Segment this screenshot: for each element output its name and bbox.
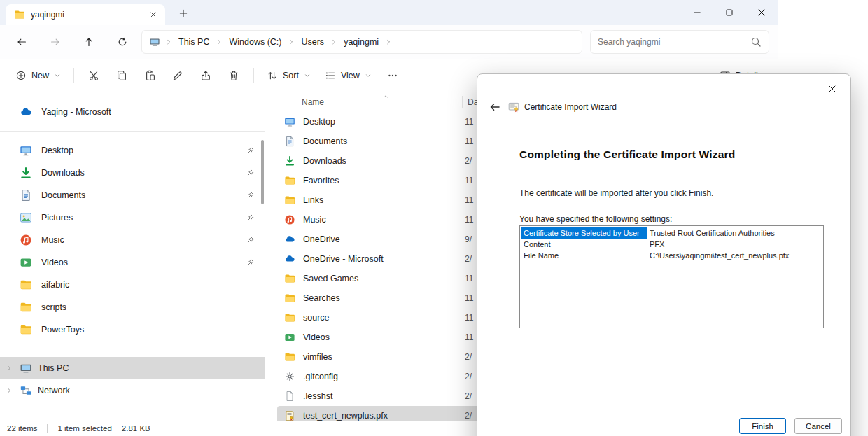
refresh-button[interactable] — [111, 30, 134, 54]
this-pc-icon — [20, 362, 32, 374]
file-date: 11 — [465, 136, 473, 146]
toolbar-divider — [253, 68, 254, 83]
folder-icon — [20, 279, 32, 291]
sidebar-item-desktop[interactable]: Desktop — [0, 139, 265, 162]
cut-button[interactable] — [80, 63, 108, 88]
wizard-info-text: The certificate will be imported after y… — [519, 188, 713, 198]
column-divider[interactable] — [462, 96, 463, 108]
close-icon — [149, 10, 158, 19]
breadcrumb-item[interactable]: Users — [300, 36, 326, 48]
desktop-icon — [284, 116, 295, 127]
file-name: Desktop — [303, 117, 335, 127]
sidebar-item-pictures[interactable]: Pictures — [0, 206, 265, 229]
close-icon — [756, 7, 767, 18]
videos-icon — [20, 256, 32, 269]
back-button[interactable] — [10, 30, 34, 54]
sidebar-item-label: This PC — [38, 363, 69, 373]
new-button[interactable]: New — [8, 63, 68, 88]
breadcrumb-item[interactable]: Windows (C:) — [227, 36, 283, 48]
refresh-icon — [117, 36, 128, 48]
pin-icon — [246, 146, 255, 155]
rename-button[interactable] — [164, 63, 192, 88]
setting-row[interactable]: ContentPFX — [521, 239, 822, 250]
pin-icon — [246, 191, 255, 199]
search-input[interactable] — [598, 37, 746, 47]
sidebar-item-label: Documents — [41, 190, 85, 200]
copy-button[interactable] — [108, 63, 136, 88]
settings-list[interactable]: Certificate Store Selected by UserTruste… — [519, 225, 824, 328]
tab-bar: yaqingmi — [0, 0, 778, 25]
setting-key: File Name — [521, 250, 647, 261]
rename-icon — [172, 70, 183, 81]
file-date: 2/ — [465, 352, 472, 362]
doc-icon — [284, 391, 295, 402]
pin-icon — [246, 169, 255, 177]
minimize-button[interactable] — [681, 0, 713, 25]
breadcrumb-item[interactable]: This PC — [177, 36, 211, 48]
sidebar-item-onedrive[interactable]: Yaqing - Microsoft — [0, 101, 265, 123]
sidebar-item-documents[interactable]: Documents — [0, 184, 265, 206]
paste-button[interactable] — [136, 63, 164, 88]
search-box[interactable] — [590, 30, 769, 54]
sidebar-item-downloads[interactable]: Downloads — [0, 162, 265, 184]
sidebar-item-this-pc[interactable]: This PC — [0, 357, 265, 379]
setting-row[interactable]: File NameC:\Users\yaqingmi\test_cert_new… — [521, 250, 822, 261]
maximize-button[interactable] — [713, 0, 746, 25]
new-tab-button[interactable] — [175, 6, 192, 21]
sidebar-item-videos[interactable]: Videos — [0, 251, 265, 274]
file-date: 2/ — [465, 391, 472, 401]
chevron-right-icon — [330, 38, 337, 45]
breadcrumb-item[interactable]: yaqingmi — [342, 36, 380, 48]
window-controls — [681, 0, 778, 25]
forward-button[interactable] — [43, 30, 67, 54]
dialog-title: Certificate Import Wizard — [524, 102, 617, 112]
delete-button[interactable] — [220, 63, 248, 88]
downloads-icon — [284, 155, 295, 167]
pin-icon — [246, 236, 255, 244]
sidebar-item-music[interactable]: Music — [0, 229, 265, 251]
sidebar-item-label: aifabric — [41, 280, 69, 290]
expand-chevron-icon[interactable] — [6, 365, 13, 372]
sort-button[interactable]: Sort — [260, 63, 318, 88]
expand-chevron-icon[interactable] — [6, 387, 13, 394]
file-name: Favorites — [303, 176, 339, 185]
sidebar-scrollbar[interactable] — [261, 140, 264, 204]
folder-icon — [14, 9, 25, 20]
dialog-close-button[interactable] — [821, 80, 844, 98]
file-name: .lesshst — [303, 391, 332, 401]
up-icon — [83, 36, 94, 48]
paste-icon — [144, 70, 155, 81]
file-name: vimfiles — [303, 352, 332, 362]
chevron-down-icon — [365, 72, 372, 79]
column-header-name[interactable]: Name — [302, 97, 324, 107]
file-date: 2/ — [465, 254, 472, 264]
file-name: Videos — [303, 332, 330, 342]
view-button[interactable]: View — [318, 63, 379, 88]
explorer-tab[interactable]: yaqingmi — [6, 4, 165, 25]
more-options-button[interactable] — [379, 63, 407, 88]
sort-ascending-icon — [382, 93, 389, 100]
setting-key: Certificate Store Selected by User — [521, 227, 647, 239]
chevron-right-icon — [216, 38, 223, 45]
share-icon — [200, 70, 211, 81]
sidebar-item-label: Downloads — [41, 168, 85, 178]
cancel-button[interactable]: Cancel — [794, 418, 842, 434]
sidebar-item-network[interactable]: Network — [0, 379, 265, 402]
finish-button[interactable]: Finish — [739, 418, 786, 434]
tab-close-button[interactable] — [146, 7, 161, 22]
wizard-back-button[interactable] — [486, 99, 503, 115]
close-button[interactable] — [746, 0, 778, 25]
sidebar-item-scripts[interactable]: scripts — [0, 296, 265, 318]
sidebar-item-powertoys[interactable]: PowerToys — [0, 318, 265, 341]
new-plus-icon — [15, 70, 27, 81]
pin-icon — [246, 258, 255, 267]
up-button[interactable] — [77, 30, 101, 54]
sidebar-item-aifabric[interactable]: aifabric — [0, 274, 265, 296]
file-name: OneDrive - Microsoft — [303, 254, 384, 264]
share-button[interactable] — [192, 63, 220, 88]
navigation-bar: This PCWindows (C:)Usersyaqingmi — [0, 25, 778, 59]
setting-value: PFX — [647, 239, 822, 250]
sidebar: Yaqing - Microsoft DesktopDownloadsDocum… — [0, 92, 265, 421]
setting-row[interactable]: Certificate Store Selected by UserTruste… — [521, 227, 822, 239]
close-icon — [827, 83, 838, 94]
